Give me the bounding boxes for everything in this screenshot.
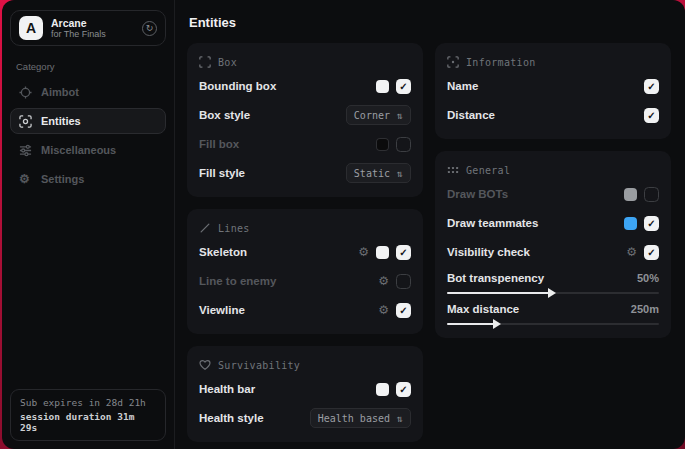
setting-row-fill-box: Fill box: [199, 133, 411, 155]
setting-row-draw-bots: Draw BOTs: [447, 183, 659, 205]
gear-icon: ⚙: [19, 173, 32, 186]
box-section: Box Bounding box ✓ Box style Corn: [187, 43, 423, 197]
section-title: General: [466, 165, 510, 176]
checkbox-unchecked[interactable]: [644, 187, 659, 202]
sidebar-item-label: Settings: [41, 173, 84, 185]
gear-icon[interactable]: ⚙: [358, 246, 369, 258]
info-scan-icon: [447, 56, 459, 68]
sidebar-item-entities[interactable]: Entities: [10, 108, 166, 134]
gear-icon[interactable]: ⚙: [378, 304, 389, 316]
slider-thumb[interactable]: [493, 319, 501, 329]
slider-max-distance: Max distance 250m: [447, 303, 659, 325]
slider-fill: [447, 323, 494, 325]
setting-row-box-style: Box style Corner ⇅: [199, 104, 411, 126]
survivability-section: Survivability Health bar ✓ Health style: [187, 346, 423, 442]
setting-label: Health style: [199, 412, 264, 424]
scan-eye-icon: [19, 115, 32, 128]
setting-label: Bounding box: [199, 80, 276, 92]
subscription-info: Sub expires in 28d 21h session duration …: [10, 389, 166, 441]
slider-label: Bot transpenency: [447, 272, 544, 284]
refresh-icon[interactable]: ↻: [142, 21, 157, 36]
fill-style-dropdown[interactable]: Static ⇅: [346, 163, 411, 183]
dropdown-value: Static: [354, 168, 390, 179]
setting-label: Box style: [199, 109, 250, 121]
checkbox-checked[interactable]: ✓: [644, 216, 659, 231]
color-swatch[interactable]: [376, 138, 389, 151]
sidebar-item-settings[interactable]: ⚙ Settings: [10, 166, 166, 192]
color-swatch[interactable]: [624, 217, 637, 230]
setting-label: Viewline: [199, 304, 245, 316]
gear-icon[interactable]: ⚙: [378, 275, 389, 287]
setting-label: Distance: [447, 109, 495, 121]
setting-label: Fill style: [199, 167, 245, 179]
setting-row-visibility-check: Visibility check ⚙ ✓: [447, 241, 659, 263]
setting-row-fill-style: Fill style Static ⇅: [199, 162, 411, 184]
slider-thumb[interactable]: [548, 288, 556, 298]
crosshair-icon: [19, 86, 32, 99]
checkbox-checked[interactable]: ✓: [396, 303, 411, 318]
section-title: Survivability: [218, 360, 300, 371]
sidebar-item-miscellaneous[interactable]: Miscellaneous: [10, 137, 166, 163]
color-swatch[interactable]: [624, 188, 637, 201]
setting-label: Skeleton: [199, 246, 247, 258]
checkbox-checked[interactable]: ✓: [396, 79, 411, 94]
setting-row-viewline: Viewline ⚙ ✓: [199, 299, 411, 321]
chevron-updown-icon: ⇅: [397, 110, 403, 121]
gear-icon[interactable]: ⚙: [626, 246, 637, 258]
general-section: General Draw BOTs Draw teammates ✓: [435, 151, 671, 338]
category-label: Category: [16, 61, 160, 72]
sidebar-item-label: Aimbot: [41, 86, 79, 98]
left-column: Box Bounding box ✓ Box style Corn: [187, 43, 423, 442]
app-subtitle: for The Finals: [51, 29, 106, 39]
sidebar: A Arcane for The Finals ↻ Category Aimbo…: [2, 0, 175, 449]
section-title: Box: [218, 57, 237, 68]
slider-fill: [447, 292, 549, 294]
checkbox-unchecked[interactable]: [396, 137, 411, 152]
section-title: Information: [466, 57, 536, 68]
information-section: Information Name ✓ Distance ✓: [435, 43, 671, 139]
checkbox-checked[interactable]: ✓: [396, 382, 411, 397]
slider-bot-transparency: Bot transpenency 50%: [447, 272, 659, 294]
heart-icon: [199, 359, 211, 371]
setting-label: Visibility check: [447, 246, 530, 258]
slider-value: 250m: [631, 303, 659, 315]
app-title-block: Arcane for The Finals: [51, 17, 106, 39]
section-title: Lines: [218, 223, 250, 234]
setting-label: Fill box: [199, 138, 239, 150]
color-swatch[interactable]: [376, 246, 389, 259]
grid-dots-icon: [447, 164, 459, 176]
color-swatch[interactable]: [376, 80, 389, 93]
slider-track[interactable]: [447, 292, 659, 294]
sliders-icon: [19, 144, 32, 157]
app-window: A Arcane for The Finals ↻ Category Aimbo…: [2, 0, 685, 449]
app-avatar: A: [19, 16, 43, 40]
app-logo-card: A Arcane for The Finals ↻: [10, 10, 166, 46]
checkbox-checked[interactable]: ✓: [644, 108, 659, 123]
app-name: Arcane: [51, 17, 106, 29]
session-duration-text: session duration 31m 29s: [20, 411, 156, 433]
color-swatch[interactable]: [376, 383, 389, 396]
page-title: Entities: [189, 15, 671, 30]
setting-row-draw-teammates: Draw teammates ✓: [447, 212, 659, 234]
setting-row-skeleton: Skeleton ⚙ ✓: [199, 241, 411, 263]
setting-label: Name: [447, 80, 478, 92]
main-panel: Entities Box Bounding box: [175, 0, 685, 449]
checkbox-unchecked[interactable]: [396, 274, 411, 289]
setting-row-bounding-box: Bounding box ✓: [199, 75, 411, 97]
setting-label: Draw BOTs: [447, 188, 508, 200]
box-corners-icon: [199, 56, 211, 68]
dropdown-value: Corner: [354, 110, 390, 121]
diagonal-line-icon: [199, 222, 211, 234]
slider-value: 50%: [637, 272, 659, 284]
slider-track[interactable]: [447, 323, 659, 325]
setting-label: Draw teammates: [447, 217, 538, 229]
checkbox-checked[interactable]: ✓: [644, 245, 659, 260]
box-style-dropdown[interactable]: Corner ⇅: [346, 105, 411, 125]
checkbox-checked[interactable]: ✓: [396, 245, 411, 260]
sidebar-item-aimbot[interactable]: Aimbot: [10, 79, 166, 105]
health-style-dropdown[interactable]: Health based ⇅: [310, 408, 411, 428]
chevron-updown-icon: ⇅: [397, 168, 403, 179]
checkbox-checked[interactable]: ✓: [644, 79, 659, 94]
setting-row-line-to-enemy: Line to enemy ⚙: [199, 270, 411, 292]
sidebar-item-label: Miscellaneous: [41, 144, 116, 156]
